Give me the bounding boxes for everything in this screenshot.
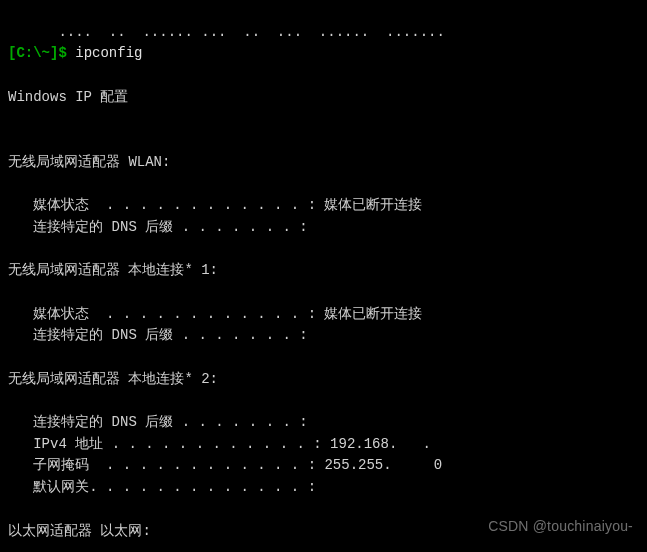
- row-label: 媒体状态 . . . . . . . . . . . . :: [33, 306, 316, 322]
- output-row: 默认网关. . . . . . . . . . . . . :: [33, 479, 316, 495]
- output-row: 媒体状态 . . . . . . . . . . . . : 媒体已断开连接: [33, 197, 422, 213]
- row-label: 媒体状态 . . . . . . . . . . . . :: [33, 197, 316, 213]
- prompt-line: [C:\~]$ ipconfig: [8, 45, 142, 61]
- adapter-title: 无线局域网适配器 本地连接* 1:: [8, 262, 218, 278]
- adapter-title: 以太网适配器 以太网:: [8, 523, 151, 539]
- ip-config-header: Windows IP 配置: [8, 89, 128, 105]
- row-value: 255.255. 0: [316, 457, 442, 473]
- row-label: 子网掩码 . . . . . . . . . . . . :: [33, 457, 316, 473]
- adapter-title: 无线局域网适配器 本地连接* 2:: [8, 371, 218, 387]
- row-value: 媒体已断开连接: [316, 306, 422, 322]
- output-row: 连接特定的 DNS 后缀 . . . . . . . :: [33, 219, 307, 235]
- output-row: 子网掩码 . . . . . . . . . . . . : 255.255. …: [33, 457, 442, 473]
- row-label: 连接特定的 DNS 后缀 . . . . . . . :: [33, 414, 307, 430]
- output-row: 连接特定的 DNS 后缀 . . . . . . . :: [33, 414, 307, 430]
- row-value: 媒体已断开连接: [316, 197, 422, 213]
- row-label: 连接特定的 DNS 后缀 . . . . . . . :: [33, 327, 307, 343]
- terminal-output: .... .. ...... ... .. ... ...... .......…: [0, 0, 647, 552]
- watermark-text: CSDN @touchinaiyou-: [488, 516, 633, 538]
- adapter-title: 无线局域网适配器 WLAN:: [8, 154, 170, 170]
- output-row: 连接特定的 DNS 后缀 . . . . . . . :: [33, 327, 307, 343]
- prompt-dollar: $: [58, 45, 66, 61]
- output-row: 媒体状态 . . . . . . . . . . . . : 媒体已断开连接: [33, 306, 422, 322]
- row-value: 192.168. .: [322, 436, 440, 452]
- command-text: ipconfig: [75, 45, 142, 61]
- truncated-top-line: .... .. ...... ... .. ... ...... .......: [8, 24, 445, 40]
- output-row: IPv4 地址 . . . . . . . . . . . . : 192.16…: [33, 436, 439, 452]
- row-label: IPv4 地址 . . . . . . . . . . . . :: [33, 436, 321, 452]
- prompt-path: C:\~: [16, 45, 50, 61]
- row-label: 默认网关. . . . . . . . . . . . . :: [33, 479, 316, 495]
- row-label: 连接特定的 DNS 后缀 . . . . . . . :: [33, 219, 307, 235]
